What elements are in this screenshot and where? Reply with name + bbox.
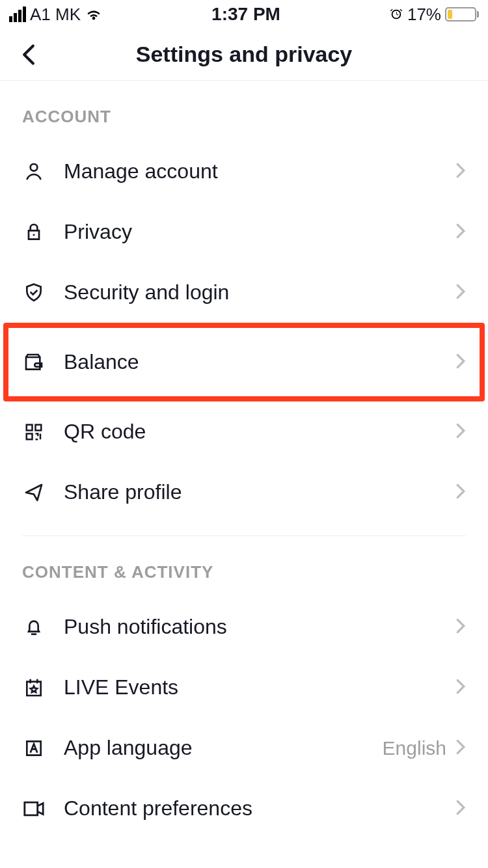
settings-item-label: Privacy [64,220,455,244]
share-icon [22,481,46,504]
chevron-right-icon [455,678,466,698]
video-icon [22,797,46,821]
settings-item-label: Content preferences [64,796,455,821]
settings-item-label: LIVE Events [64,675,455,699]
chevron-right-icon [455,353,466,372]
section-content-title: CONTENT & ACTIVITY [0,536,488,597]
page-title: Settings and privacy [136,42,353,67]
chevron-right-icon [455,162,466,182]
settings-item-app-language[interactable]: App language English [0,718,488,778]
settings-item-live-events[interactable]: LIVE Events [0,657,488,718]
lock-icon [22,221,46,244]
shield-icon [22,281,46,305]
chevron-right-icon [455,422,466,442]
chevron-right-icon [455,799,466,819]
wifi-icon [85,7,103,21]
settings-item-balance[interactable]: Balance [0,323,488,401]
chevron-right-icon [455,617,466,637]
settings-item-label: Share profile [64,480,455,504]
battery-percent-label: 17% [407,5,441,25]
chevron-right-icon [455,739,466,758]
clock-label: 1:37 PM [211,4,280,25]
settings-item-value: English [383,737,446,759]
settings-item-label: Security and login [64,280,455,305]
chevron-left-icon [21,44,36,66]
settings-item-manage-account[interactable]: Manage account [0,141,488,202]
settings-item-privacy[interactable]: Privacy [0,202,488,262]
chevron-right-icon [455,223,466,242]
wallet-icon [22,351,46,374]
settings-item-label: App language [64,736,383,760]
highlighted-item: Balance [0,323,488,401]
settings-item-label: QR code [64,420,455,444]
settings-item-qrcode[interactable]: QR code [0,401,488,462]
carrier-label: A1 MK [30,5,81,25]
settings-item-share-profile[interactable]: Share profile [0,462,488,522]
settings-item-security[interactable]: Security and login [0,262,488,323]
person-icon [22,160,46,183]
qrcode-icon [22,420,46,444]
signal-icon [9,7,26,22]
alarm-icon [389,7,403,21]
bell-icon [22,616,46,639]
settings-item-label: Balance [64,350,455,374]
settings-item-label: Manage account [64,159,455,183]
calendar-star-icon [22,676,46,699]
settings-item-label: Push notifications [64,615,455,639]
chevron-right-icon [455,283,466,303]
page-header: Settings and privacy [0,29,488,81]
chevron-right-icon [455,483,466,502]
settings-item-push-notifications[interactable]: Push notifications [0,597,488,657]
status-bar: A1 MK 1:37 PM 17% [0,0,488,29]
back-button[interactable] [16,42,42,68]
battery-icon [445,7,479,21]
language-icon [22,737,46,760]
settings-item-content-preferences[interactable]: Content preferences [0,778,488,839]
section-account-title: ACCOUNT [0,81,488,141]
